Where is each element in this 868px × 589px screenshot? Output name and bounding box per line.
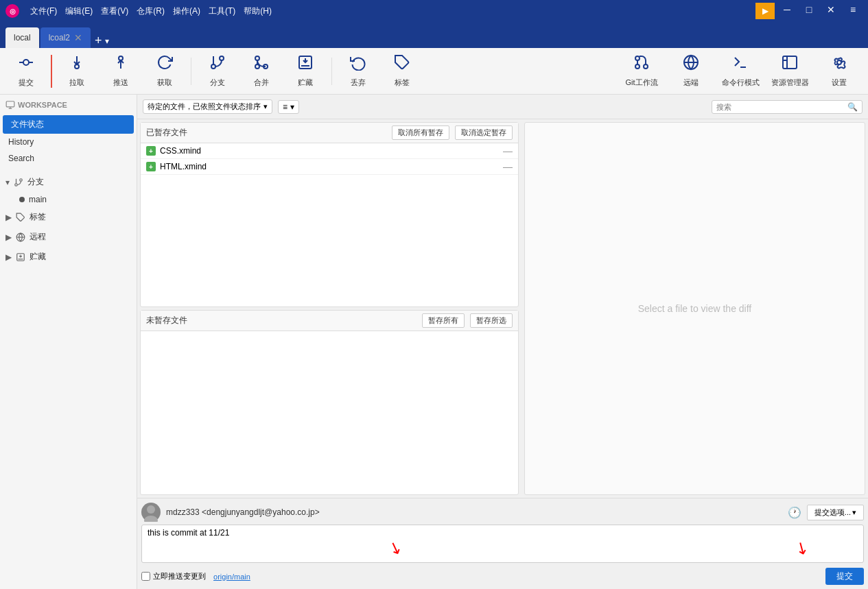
discard-label: 丢弃 bbox=[351, 77, 366, 88]
commit-message-input[interactable] bbox=[141, 525, 864, 563]
pull-button[interactable]: 拉取 bbox=[56, 51, 97, 92]
toolbar-divider-1 bbox=[191, 58, 191, 85]
maximize-button[interactable]: □ bbox=[799, 3, 819, 16]
tab-lcoal2[interactable]: lcoal2 ✕ bbox=[40, 27, 91, 48]
unstaged-panel-header: 未暂存文件 暂存所有 暂存所选 bbox=[141, 311, 518, 331]
cancel-all-staged-button[interactable]: 取消所有暂存 bbox=[392, 125, 449, 140]
push-checkbox-input[interactable] bbox=[141, 572, 150, 581]
branch-label: 分支 bbox=[210, 77, 225, 88]
unstaged-files-list bbox=[141, 331, 518, 494]
remote-section-label: 远程 bbox=[30, 231, 46, 243]
svg-point-0 bbox=[23, 60, 29, 65]
stash-section-label: 贮藏 bbox=[30, 251, 46, 263]
filter-dropdown-label: 待定的文件，已依照文件状态排序 bbox=[148, 101, 261, 112]
stash-expand-icon: ▶ bbox=[5, 252, 12, 262]
explorer-button[interactable]: 资源管理器 bbox=[766, 51, 813, 92]
stash-button[interactable]: 贮藏 bbox=[285, 51, 326, 92]
file-status-icon-0: + bbox=[146, 146, 156, 156]
titlebar: ◎ 文件(F) 编辑(E) 查看(V) 仓库(R) 操作(A) 工具(T) 帮助… bbox=[0, 0, 868, 22]
staged-filename-0: CSS.xmind bbox=[160, 146, 499, 156]
staged-panel-header: 已暂存文件 取消所有暂存 取消选定暂存 bbox=[141, 123, 518, 143]
diff-placeholder-text: Select a file to view the diff bbox=[638, 303, 752, 314]
clock-icon[interactable]: 🕐 bbox=[788, 506, 801, 519]
staged-file-action-1[interactable]: — bbox=[503, 161, 513, 172]
menu-help[interactable]: 帮助(H) bbox=[244, 5, 272, 17]
remote-button[interactable]: 远端 bbox=[668, 51, 714, 92]
push-button[interactable]: 推送 bbox=[100, 51, 141, 92]
discard-button[interactable]: 丢弃 bbox=[338, 51, 379, 92]
staged-file-0[interactable]: + CSS.xmind — bbox=[141, 143, 518, 159]
push-checkbox-label[interactable]: 立即推送变更到 origin/main bbox=[141, 571, 250, 581]
user-avatar bbox=[141, 503, 161, 522]
tag-button[interactable]: 标签 bbox=[382, 51, 423, 92]
view-toggle[interactable]: ≡ ▾ bbox=[278, 100, 299, 114]
search-input[interactable] bbox=[716, 103, 845, 111]
staged-file-1[interactable]: + HTML.xmind — bbox=[141, 159, 518, 175]
sidebar-section-tags[interactable]: ▶ 标签 bbox=[0, 207, 137, 227]
fetch-label: 获取 bbox=[157, 77, 172, 88]
svg-point-8 bbox=[220, 56, 224, 60]
staged-file-action-0[interactable]: — bbox=[503, 145, 513, 156]
cancel-selected-staged-button[interactable]: 取消选定暂存 bbox=[455, 125, 513, 140]
gitflow-button[interactable]: Git工作流 bbox=[618, 51, 665, 92]
new-tab-button[interactable]: + ▾ bbox=[95, 34, 109, 48]
commit-area: mdzz333 <dengjunyangdljt@yahoo.co.jp> 🕐 … bbox=[137, 498, 868, 589]
sidebar-item-file-status[interactable]: 文件状态 bbox=[3, 115, 134, 134]
sidebar: WORKSPACE 文件状态 History Search ▾ 分支 main … bbox=[0, 95, 137, 589]
stage-all-button[interactable]: 暂存所有 bbox=[422, 313, 465, 328]
push-icon bbox=[113, 54, 129, 75]
sidebar-item-history[interactable]: History bbox=[0, 134, 137, 150]
tab-lcoal2-close[interactable]: ✕ bbox=[74, 32, 82, 43]
tab-dropdown-icon[interactable]: ▾ bbox=[105, 36, 109, 46]
svg-point-40 bbox=[147, 505, 155, 514]
terminal-button[interactable]: 命令行模式 bbox=[717, 51, 764, 92]
svg-point-19 bbox=[635, 64, 640, 69]
minimize-button[interactable]: ─ bbox=[777, 3, 797, 16]
svg-rect-24 bbox=[783, 56, 797, 69]
gitflow-label: Git工作流 bbox=[625, 77, 657, 88]
menu-icon[interactable]: ≡ bbox=[843, 3, 863, 16]
menu-action[interactable]: 操作(A) bbox=[173, 5, 200, 17]
push-target-link[interactable]: origin/main bbox=[213, 573, 250, 581]
fetch-button[interactable]: 获取 bbox=[144, 51, 185, 92]
menu-tools[interactable]: 工具(T) bbox=[209, 5, 235, 17]
filter-dropdown[interactable]: 待定的文件，已依照文件状态排序 ▾ bbox=[143, 99, 272, 114]
settings-button[interactable]: 设置 bbox=[816, 51, 863, 92]
close-button[interactable]: ✕ bbox=[821, 3, 841, 16]
commit-submit-button[interactable]: 提交 bbox=[825, 568, 864, 585]
sidebar-item-search[interactable]: Search bbox=[0, 150, 137, 167]
tab-local[interactable]: local bbox=[5, 27, 39, 48]
menu-repo[interactable]: 仓库(R) bbox=[137, 5, 165, 17]
branch-main-label: main bbox=[29, 195, 47, 204]
remote-label: 远端 bbox=[683, 77, 699, 88]
merge-button[interactable]: 合并 bbox=[241, 51, 282, 92]
branch-button[interactable]: 分支 bbox=[197, 51, 238, 92]
sidebar-section-stash[interactable]: ▶ 贮藏 bbox=[0, 247, 137, 267]
tag-expand-icon: ▶ bbox=[5, 213, 12, 222]
menu-file[interactable]: 文件(F) bbox=[30, 5, 57, 17]
sidebar-section-branch[interactable]: ▾ 分支 bbox=[0, 172, 137, 192]
menu-edit[interactable]: 编辑(E) bbox=[65, 5, 93, 17]
menu-bar: 文件(F) 编辑(E) 查看(V) 仓库(R) 操作(A) 工具(T) 帮助(H… bbox=[30, 5, 272, 17]
search-box[interactable]: 🔍 bbox=[712, 100, 863, 114]
view-dropdown-icon: ▾ bbox=[290, 102, 294, 112]
toolbar: 提交 拉取 推送 获取 bbox=[0, 48, 868, 95]
list-view-icon: ≡ bbox=[283, 102, 288, 112]
branch-expand-icon: ▾ bbox=[5, 178, 10, 187]
content-area: 待定的文件，已依照文件状态排序 ▾ ≡ ▾ 🔍 已暂存文件 取消所有暂存 bbox=[137, 95, 868, 589]
branch-item-main[interactable]: main bbox=[0, 192, 137, 207]
push-label: 推送 bbox=[113, 77, 128, 88]
commit-footer: 立即推送变更到 origin/main 提交 bbox=[141, 568, 864, 585]
filter-dropdown-icon: ▾ bbox=[263, 102, 268, 111]
commit-options-button[interactable]: 提交选项... ▾ bbox=[807, 505, 864, 520]
pull-label: 拉取 bbox=[69, 77, 84, 88]
branch-current-dot bbox=[19, 197, 25, 202]
sidebar-section-remote[interactable]: ▶ 远程 bbox=[0, 227, 137, 247]
settings-icon bbox=[831, 54, 847, 75]
pull-icon bbox=[69, 54, 85, 75]
staged-title: 已暂存文件 bbox=[146, 127, 386, 139]
stage-selected-button[interactable]: 暂存所选 bbox=[470, 313, 513, 328]
menu-view[interactable]: 查看(V) bbox=[101, 5, 128, 17]
unstaged-title: 未暂存文件 bbox=[146, 315, 417, 326]
commit-button[interactable]: 提交 bbox=[5, 51, 47, 92]
